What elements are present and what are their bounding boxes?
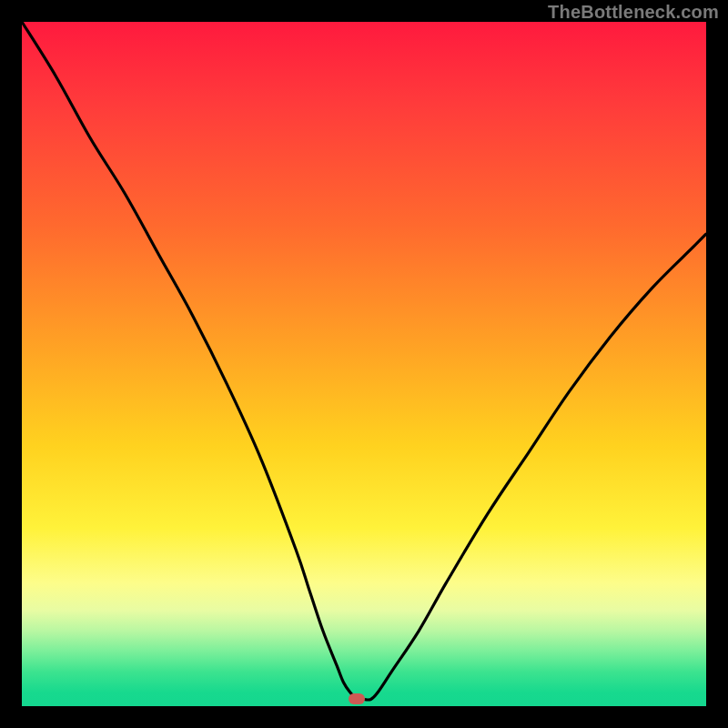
bottleneck-curve (22, 22, 706, 706)
watermark-text: TheBottleneck.com (548, 2, 719, 23)
min-marker (349, 693, 365, 704)
curve-path (22, 22, 706, 700)
plot-area (22, 22, 706, 706)
chart-frame: TheBottleneck.com (0, 0, 728, 728)
